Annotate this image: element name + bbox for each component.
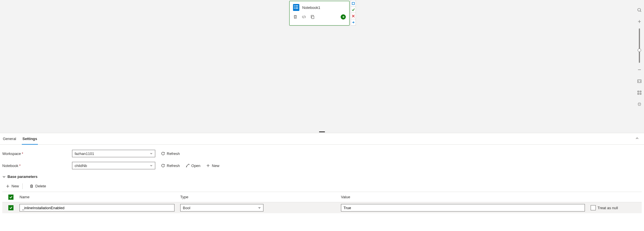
fit-icon[interactable] xyxy=(635,75,644,87)
param-delete-button[interactable]: Delete xyxy=(30,184,46,188)
header-name: Name xyxy=(20,195,180,199)
header-type: Type xyxy=(180,195,341,199)
workspace-row: Workspace* fazhan1101 Refresh xyxy=(2,147,642,160)
settings-body: Workspace* fazhan1101 Refresh Notebook* … xyxy=(0,145,644,216)
toolbar-divider xyxy=(22,183,23,189)
notebook-label: Notebook* xyxy=(2,164,70,168)
select-all-checkbox[interactable] xyxy=(8,195,13,200)
notebook-refresh-button[interactable]: Refresh xyxy=(161,164,180,168)
notebook-activity-node[interactable]: Notebook1 xyxy=(289,1,350,26)
pipeline-canvas[interactable]: Notebook1 xyxy=(0,0,635,131)
chevron-down-icon xyxy=(2,175,6,178)
zoom-out-icon[interactable] xyxy=(635,64,644,75)
notebook-icon xyxy=(293,4,299,11)
workspace-refresh-button[interactable]: Refresh xyxy=(161,152,180,156)
minimize-icon[interactable] xyxy=(635,98,644,110)
param-value-input[interactable] xyxy=(341,204,585,211)
zoom-in-icon[interactable] xyxy=(635,16,644,27)
panel-resize-handle[interactable] xyxy=(0,131,644,133)
row-checkbox[interactable] xyxy=(8,205,13,210)
search-icon[interactable] xyxy=(635,4,644,16)
param-new-button[interactable]: New xyxy=(6,184,19,188)
workspace-label: Workspace* xyxy=(2,152,70,156)
copy-icon[interactable] xyxy=(310,15,315,19)
base-parameters-header[interactable]: Base parameters xyxy=(2,172,642,180)
svg-rect-1 xyxy=(352,2,354,5)
tab-general[interactable]: General xyxy=(2,133,17,145)
node-toolbar xyxy=(290,13,349,22)
treat-as-null-checkbox[interactable] xyxy=(591,205,596,210)
status-error-icon[interactable] xyxy=(351,13,356,19)
svg-rect-0 xyxy=(312,16,314,19)
notebook-select[interactable]: childNb xyxy=(72,162,155,169)
svg-rect-7 xyxy=(640,93,641,94)
svg-rect-5 xyxy=(640,91,641,92)
workspace-value: fazhan1101 xyxy=(75,152,94,156)
tab-settings[interactable]: Settings xyxy=(22,133,38,145)
node-header: Notebook1 xyxy=(290,1,349,13)
svg-rect-4 xyxy=(638,91,639,92)
node-status-strip xyxy=(351,0,356,26)
param-row: Bool Treat as null xyxy=(2,202,642,213)
notebook-open-button[interactable]: Open xyxy=(186,164,201,168)
param-toolbar: New Delete xyxy=(2,180,642,192)
canvas-tools xyxy=(635,4,644,110)
param-name-input[interactable] xyxy=(20,204,174,211)
param-table: Name Type Value Bool xyxy=(2,192,642,213)
notebook-row: Notebook* childNb Refresh Open New xyxy=(2,160,642,172)
param-type-select[interactable]: Bool xyxy=(180,204,263,211)
chevron-down-icon xyxy=(150,164,153,168)
layout-icon[interactable] xyxy=(635,87,644,98)
node-title: Notebook1 xyxy=(302,5,320,10)
svg-point-2 xyxy=(638,8,641,11)
properties-panel: General Settings Workspace* fazhan1101 R… xyxy=(0,133,644,231)
code-icon[interactable] xyxy=(302,15,306,19)
status-next-icon[interactable] xyxy=(351,19,356,25)
status-pending-icon[interactable] xyxy=(351,0,356,7)
zoom-slider[interactable] xyxy=(639,28,640,63)
tab-bar: General Settings xyxy=(0,133,644,145)
chevron-down-icon xyxy=(150,152,153,156)
delete-icon[interactable] xyxy=(293,15,298,19)
status-success-icon[interactable] xyxy=(351,7,356,13)
section-title: Base parameters xyxy=(7,174,38,179)
chevron-down-icon xyxy=(258,206,261,210)
run-icon[interactable] xyxy=(341,14,346,20)
zoom-handle[interactable] xyxy=(638,48,641,52)
svg-rect-6 xyxy=(638,93,639,94)
workspace-select[interactable]: fazhan1101 xyxy=(72,150,155,157)
treat-as-null-label: Treat as null xyxy=(598,206,618,210)
notebook-value: childNb xyxy=(75,164,87,168)
header-value: Value xyxy=(341,195,591,199)
notebook-new-button[interactable]: New xyxy=(206,164,219,168)
collapse-panel-icon[interactable] xyxy=(633,137,642,141)
param-table-header: Name Type Value xyxy=(2,192,642,202)
